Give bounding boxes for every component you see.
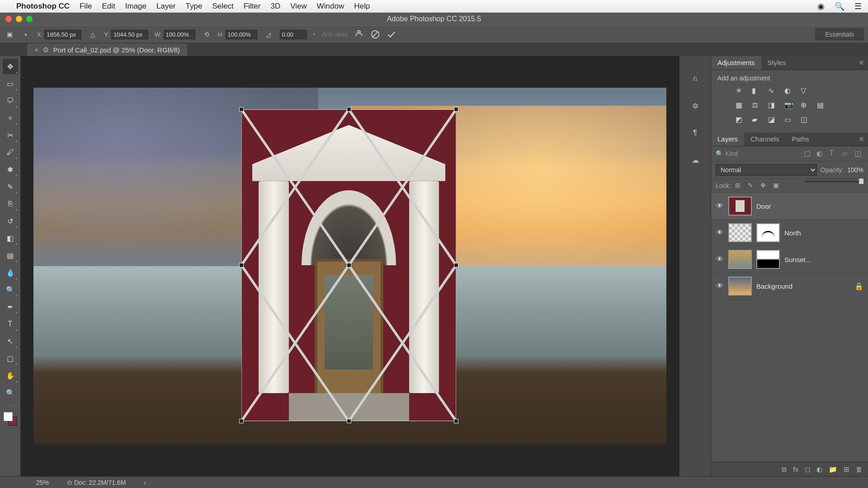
- menu-image[interactable]: Image: [125, 2, 146, 11]
- magic-wand-tool[interactable]: ✧: [3, 110, 18, 126]
- app-name[interactable]: Photoshop CC: [16, 2, 70, 11]
- menu-help[interactable]: Help: [354, 2, 370, 11]
- menu-select[interactable]: Select: [212, 2, 233, 11]
- color-balance-icon[interactable]: ⚖: [752, 101, 762, 111]
- angle-input[interactable]: [280, 30, 307, 39]
- status-arrow-icon[interactable]: ›: [144, 479, 146, 486]
- link-wh-icon[interactable]: ⟲: [202, 29, 212, 39]
- menu-type[interactable]: Type: [186, 2, 203, 11]
- w-input[interactable]: [164, 30, 195, 39]
- path-selection-tool[interactable]: ↖: [3, 333, 18, 349]
- menu-filter[interactable]: Filter: [244, 2, 261, 11]
- filter-pixel-icon[interactable]: ▢: [804, 149, 813, 158]
- menu-view[interactable]: View: [290, 2, 307, 11]
- doc-info[interactable]: Doc: 22.2M/71.6M: [74, 479, 126, 486]
- menu-3d[interactable]: 3D: [270, 2, 280, 11]
- layer-name[interactable]: North: [784, 229, 863, 237]
- lock-transparency-icon[interactable]: ⊞: [735, 182, 743, 190]
- brightness-contrast-icon[interactable]: ☀: [736, 86, 745, 96]
- new-adjustment-layer-icon[interactable]: ◐: [816, 465, 822, 474]
- add-mask-icon[interactable]: ◻: [805, 465, 810, 474]
- posterize-icon[interactable]: ▰: [752, 115, 762, 125]
- opacity-slider-thumb[interactable]: [859, 178, 863, 184]
- layer-fx-icon[interactable]: fx: [793, 465, 798, 473]
- layer-name[interactable]: Sunset...: [784, 256, 863, 263]
- vibrance-icon[interactable]: ▽: [801, 86, 811, 96]
- layer-row-sunset[interactable]: 👁 Sunset...: [711, 246, 868, 273]
- cc-cloud-icon[interactable]: ◉: [817, 1, 825, 11]
- zoom-window-button[interactable]: [26, 16, 33, 22]
- tab-adjustments[interactable]: Adjustments: [711, 56, 761, 70]
- layer-thumbnail[interactable]: [728, 197, 752, 216]
- zoom-level[interactable]: 25%: [36, 479, 49, 486]
- layer-filter-search[interactable]: 🔍 Kind: [716, 150, 738, 157]
- type-tool[interactable]: T: [3, 316, 18, 332]
- filter-smart-icon[interactable]: ◫: [854, 149, 863, 158]
- dodge-tool[interactable]: 🔍: [3, 282, 18, 297]
- layer-thumbnail[interactable]: [728, 223, 752, 242]
- close-window-button[interactable]: [5, 16, 12, 22]
- h-input[interactable]: [226, 30, 257, 39]
- lock-position-icon[interactable]: ✥: [760, 182, 769, 190]
- adjustments-panel-menu-icon[interactable]: ≡: [855, 56, 868, 70]
- gradient-tool[interactable]: ▤: [3, 248, 18, 263]
- visibility-toggle[interactable]: 👁: [716, 282, 724, 290]
- layer-name[interactable]: Background: [756, 282, 850, 290]
- menu-edit[interactable]: Edit: [102, 2, 115, 11]
- lasso-tool[interactable]: 🗩: [3, 93, 18, 108]
- commit-transform-button[interactable]: [387, 29, 396, 39]
- layer-row-background[interactable]: 👁 Background 🔒: [711, 273, 868, 300]
- history-panel-icon[interactable]: ⎌: [688, 71, 703, 86]
- filter-type-icon[interactable]: T: [829, 149, 838, 158]
- filter-adjustment-icon[interactable]: ◐: [816, 149, 826, 158]
- brush-tool[interactable]: ✎: [3, 179, 18, 194]
- zoom-tool[interactable]: 🔍: [3, 385, 18, 400]
- libraries-panel-icon[interactable]: ☁: [688, 153, 703, 167]
- visibility-toggle[interactable]: 👁: [716, 202, 724, 210]
- color-swatch[interactable]: [4, 412, 17, 426]
- clone-stamp-tool[interactable]: ⎘: [3, 196, 18, 211]
- swap-xy-icon[interactable]: △: [88, 29, 98, 39]
- visibility-toggle[interactable]: 👁: [716, 255, 724, 263]
- crop-tool[interactable]: ✂: [3, 127, 18, 143]
- layer-mask-thumbnail[interactable]: [756, 223, 780, 242]
- link-layers-icon[interactable]: ⧉: [782, 465, 787, 474]
- eraser-tool[interactable]: ◧: [3, 230, 18, 246]
- channel-mixer-icon[interactable]: ⊕: [801, 101, 811, 111]
- lock-pixels-icon[interactable]: ✎: [748, 182, 756, 190]
- marquee-tool[interactable]: ▭: [3, 76, 18, 91]
- tab-channels[interactable]: Channels: [744, 132, 785, 146]
- layers-panel-menu-icon[interactable]: ≡: [855, 132, 868, 146]
- y-input[interactable]: [111, 30, 148, 39]
- warp-icon[interactable]: [354, 29, 364, 39]
- filter-shape-icon[interactable]: ▱: [842, 149, 851, 158]
- selective-color-icon[interactable]: ◫: [801, 115, 811, 125]
- menu-window[interactable]: Window: [317, 2, 344, 11]
- menu-list-icon[interactable]: ☰: [854, 1, 862, 11]
- visibility-toggle[interactable]: 👁: [716, 229, 724, 237]
- curves-icon[interactable]: ∿: [768, 86, 778, 96]
- lock-artboard-icon[interactable]: ▣: [773, 182, 781, 190]
- invert-icon[interactable]: ◩: [736, 115, 745, 125]
- history-brush-tool[interactable]: ↺: [3, 213, 18, 229]
- close-tab-icon[interactable]: ×: [34, 46, 38, 54]
- layer-row-door[interactable]: 👁 Door: [711, 193, 868, 220]
- blend-mode-select[interactable]: Normal: [716, 164, 817, 176]
- menu-file[interactable]: File: [80, 2, 92, 11]
- menu-layer[interactable]: Layer: [156, 2, 176, 11]
- opacity-value[interactable]: 100%: [847, 166, 863, 174]
- move-tool[interactable]: ✥: [3, 59, 18, 74]
- minimize-window-button[interactable]: [16, 16, 22, 22]
- tab-styles[interactable]: Styles: [761, 56, 793, 70]
- hand-tool[interactable]: ✋: [3, 368, 18, 383]
- cancel-transform-button[interactable]: [370, 29, 380, 39]
- character-panel-icon[interactable]: ¶: [688, 126, 703, 140]
- new-group-icon[interactable]: 📁: [829, 465, 837, 474]
- canvas-area[interactable]: [21, 56, 679, 476]
- color-lookup-icon[interactable]: ▤: [817, 101, 827, 111]
- layer-mask-thumbnail[interactable]: [756, 250, 780, 269]
- workspace-switcher[interactable]: Essentials: [816, 28, 863, 40]
- healing-brush-tool[interactable]: ✱: [3, 162, 18, 177]
- blur-tool[interactable]: 💧: [3, 265, 18, 280]
- spotlight-icon[interactable]: 🔍: [835, 1, 844, 11]
